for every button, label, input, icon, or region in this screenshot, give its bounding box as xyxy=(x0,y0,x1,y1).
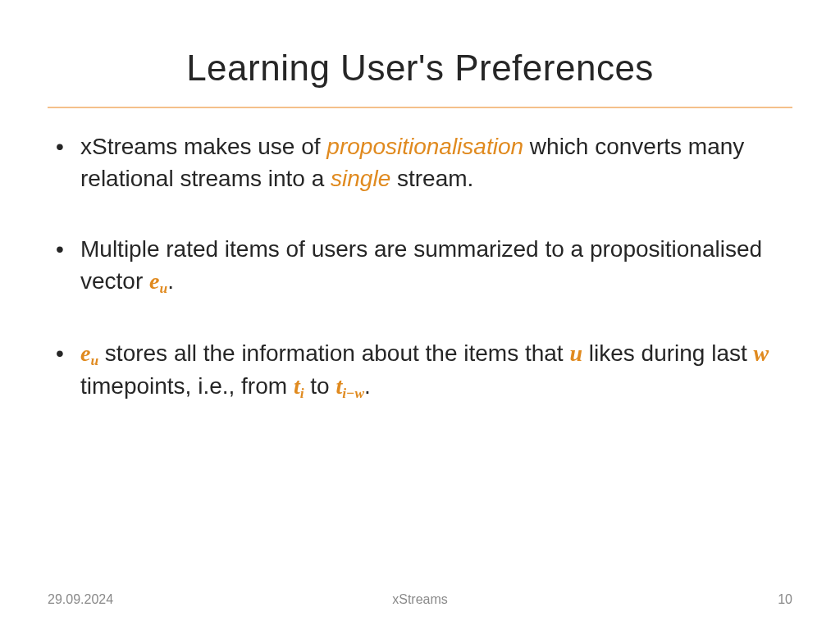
bullet-3-text-e: . xyxy=(364,373,371,399)
bullet-2-text-b: . xyxy=(167,268,174,294)
math-sub-iw: i−w xyxy=(342,385,364,400)
bullet-3-math-ti: ti xyxy=(294,373,304,399)
math-e: e xyxy=(80,340,90,366)
bullet-2-math-eu: eu xyxy=(149,268,167,294)
bullet-3-math-tiw: ti−w xyxy=(336,373,364,399)
slide: Learning User's Preferences xStreams mak… xyxy=(0,0,840,630)
bullet-1-text-a: xStreams makes use of xyxy=(80,134,326,159)
bullet-3-text-b: likes during last xyxy=(582,340,754,366)
bullet-list: xStreams makes use of propositionalisati… xyxy=(48,131,792,403)
slide-footer: 29.09.2024 xStreams 10 xyxy=(0,592,840,607)
slide-content: xStreams makes use of propositionalisati… xyxy=(48,131,792,403)
footer-center: xStreams xyxy=(392,592,448,607)
bullet-2-text-a: Multiple rated items of users are summar… xyxy=(80,236,762,294)
bullet-1-text-e: stream. xyxy=(390,166,473,191)
title-rule xyxy=(48,107,792,108)
slide-title: Learning User's Preferences xyxy=(48,48,792,89)
bullet-3: eu stores all the information about the … xyxy=(48,338,792,404)
bullet-3-text-a: stores all the information about the ite… xyxy=(98,340,569,366)
bullet-3-text-c: timepoints, i.e., from xyxy=(80,373,294,399)
math-t: t xyxy=(294,373,300,399)
bullet-1-emph-1: propositionalisation xyxy=(326,134,523,159)
bullet-1: xStreams makes use of propositionalisati… xyxy=(48,131,792,194)
footer-date: 29.09.2024 xyxy=(48,592,113,607)
math-sub-u: u xyxy=(90,353,98,368)
math-sub-u: u xyxy=(159,281,167,296)
math-e: e xyxy=(149,268,159,294)
bullet-3-math-eu: eu xyxy=(80,340,98,366)
bullet-3-math-u: u xyxy=(569,340,582,366)
footer-page-number: 10 xyxy=(778,592,792,607)
bullet-3-text-d: to xyxy=(304,373,336,399)
bullet-1-emph-2: single xyxy=(331,166,390,191)
bullet-2: Multiple rated items of users are summar… xyxy=(48,234,792,298)
bullet-3-math-w: w xyxy=(754,340,769,366)
